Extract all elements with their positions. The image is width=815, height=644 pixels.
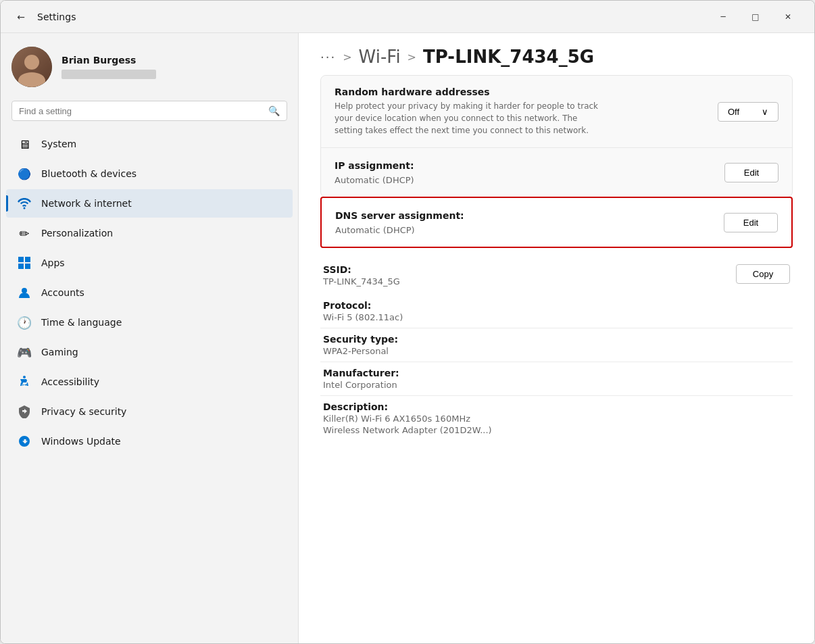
sidebar-item-label: Time & language — [41, 317, 122, 328]
user-profile: Brian Burgess — [1, 41, 298, 98]
breadcrumb: ··· > Wi-Fi > TP-LINK_7434_5G — [299, 33, 814, 75]
random-hardware-value: Off — [728, 107, 739, 117]
sidebar-item-gaming[interactable]: 🎮 Gaming — [6, 338, 293, 366]
settings-card: Random hardware addresses Help protect y… — [320, 75, 793, 197]
svg-rect-1 — [25, 257, 30, 262]
dns-server-label-group: DNS server assignment: Automatic (DHCP) — [335, 210, 606, 235]
dns-server-label: DNS server assignment: — [335, 210, 606, 221]
protocol-row: Protocol: Wi-Fi 5 (802.11ac) — [320, 295, 793, 328]
ssid-label-group: SSID: TP-LINK_7434_5G — [323, 264, 400, 287]
title-bar: ← Settings ─ □ ✕ — [1, 1, 814, 33]
maximize-icon: □ — [751, 12, 759, 22]
breadcrumb-sep2: > — [408, 51, 416, 64]
sidebar-item-label: Bluetooth & devices — [41, 168, 137, 179]
sidebar-item-label: System — [41, 139, 76, 149]
sidebar-item-accounts[interactable]: Accounts — [6, 278, 293, 307]
ssid-copy-button[interactable]: Copy — [736, 264, 790, 284]
user-status-bar — [61, 70, 156, 79]
ssid-label: SSID: — [323, 264, 400, 275]
ip-assignment-value: Automatic (DHCP) — [335, 175, 605, 185]
sidebar: Brian Burgess 🔍 🖥 System 🔵 Bluetooth & d… — [1, 33, 298, 643]
breadcrumb-sep1: > — [343, 51, 351, 64]
sidebar-item-bluetooth[interactable]: 🔵 Bluetooth & devices — [6, 159, 293, 188]
protocol-value: Wi-Fi 5 (802.11ac) — [323, 312, 790, 322]
avatar — [11, 47, 52, 87]
svg-rect-3 — [25, 264, 30, 269]
minimize-button[interactable]: ─ — [708, 6, 739, 28]
breadcrumb-current: TP-LINK_7434_5G — [423, 47, 594, 67]
search-input[interactable] — [19, 106, 263, 116]
description-value: Killer(R) Wi-Fi 6 AX1650s 160MHz — [323, 414, 790, 424]
dns-server-value: Automatic (DHCP) — [335, 225, 606, 235]
user-info: Brian Burgess — [61, 55, 156, 79]
update-icon — [17, 434, 32, 449]
sidebar-item-update[interactable]: Windows Update — [6, 427, 293, 455]
description-value2: Wireless Network Adapter (201D2W...) — [323, 425, 790, 435]
sidebar-item-label: Network & internet — [41, 198, 132, 209]
apps-icon — [17, 255, 32, 270]
user-name: Brian Burgess — [61, 55, 156, 66]
ip-assignment-label: IP assignment: — [335, 160, 605, 171]
svg-rect-0 — [18, 257, 24, 262]
sidebar-item-personalization[interactable]: ✏️ Personalization — [6, 219, 293, 247]
sidebar-item-label: Accessibility — [41, 376, 99, 387]
svg-rect-2 — [18, 264, 24, 269]
random-hardware-row: Random hardware addresses Help protect y… — [321, 76, 792, 148]
chevron-down-icon: ∨ — [762, 107, 768, 117]
privacy-icon — [17, 404, 32, 419]
random-hardware-dropdown[interactable]: Off ∨ — [718, 102, 779, 122]
close-button[interactable]: ✕ — [772, 6, 804, 28]
close-icon: ✕ — [785, 12, 791, 22]
sidebar-item-label: Windows Update — [41, 436, 121, 447]
content-area: ··· > Wi-Fi > TP-LINK_7434_5G Random har… — [299, 33, 814, 643]
dns-highlighted-box: DNS server assignment: Automatic (DHCP) … — [320, 197, 793, 248]
sidebar-item-label: Privacy & security — [41, 406, 126, 417]
network-icon — [17, 196, 32, 211]
accounts-icon — [17, 285, 32, 300]
settings-window: ← Settings ─ □ ✕ Brian Burgess — [0, 0, 815, 644]
sidebar-item-label: Gaming — [41, 347, 78, 357]
svg-point-4 — [22, 288, 27, 293]
ip-assignment-row: IP assignment: Automatic (DHCP) Edit — [321, 148, 792, 197]
search-box[interactable]: 🔍 — [11, 101, 287, 121]
dns-server-edit-button[interactable]: Edit — [724, 213, 778, 232]
avatar-image — [11, 47, 52, 87]
title-bar-title: Settings — [37, 11, 76, 22]
time-icon: 🕐 — [17, 315, 32, 330]
sidebar-item-network[interactable]: Network & internet — [6, 189, 293, 218]
random-hardware-label: Random hardware addresses — [335, 86, 605, 97]
sidebar-item-accessibility[interactable]: Accessibility — [6, 368, 293, 396]
sidebar-item-apps[interactable]: Apps — [6, 249, 293, 277]
back-icon: ← — [17, 11, 25, 22]
content-body: Random hardware addresses Help protect y… — [299, 75, 814, 643]
search-icon: 🔍 — [268, 105, 280, 116]
svg-point-5 — [23, 376, 26, 378]
maximize-button[interactable]: □ — [740, 6, 771, 28]
gaming-icon: 🎮 — [17, 345, 32, 360]
minimize-icon: ─ — [720, 12, 725, 22]
description-label: Description: — [323, 401, 790, 412]
description-row: Description: Killer(R) Wi-Fi 6 AX1650s 1… — [320, 396, 793, 441]
sidebar-item-system[interactable]: 🖥 System — [6, 130, 293, 158]
network-info-section: SSID: TP-LINK_7434_5G Copy Protocol: Wi-… — [320, 256, 793, 441]
random-hardware-label-group: Random hardware addresses Help protect y… — [335, 86, 605, 137]
sidebar-item-time[interactable]: 🕐 Time & language — [6, 308, 293, 337]
ssid-value: TP-LINK_7434_5G — [323, 276, 400, 287]
security-type-value: WPA2-Personal — [323, 346, 790, 356]
random-hardware-desc: Help protect your privacy by making it h… — [335, 100, 605, 137]
security-type-row: Security type: WPA2-Personal — [320, 328, 793, 362]
breadcrumb-dots: ··· — [320, 50, 336, 64]
bluetooth-icon: 🔵 — [17, 166, 32, 181]
breadcrumb-wifi[interactable]: Wi-Fi — [359, 47, 401, 67]
sidebar-item-label: Accounts — [41, 287, 84, 298]
dns-server-row: DNS server assignment: Automatic (DHCP) … — [322, 198, 791, 247]
window-controls: ─ □ ✕ — [708, 6, 804, 28]
security-type-label: Security type: — [323, 334, 790, 345]
ip-assignment-edit-button[interactable]: Edit — [724, 163, 779, 182]
main-layout: Brian Burgess 🔍 🖥 System 🔵 Bluetooth & d… — [1, 33, 814, 643]
system-icon: 🖥 — [17, 137, 32, 151]
back-button[interactable]: ← — [11, 7, 30, 26]
sidebar-item-label: Apps — [41, 257, 65, 268]
sidebar-item-privacy[interactable]: Privacy & security — [6, 397, 293, 426]
manufacturer-label: Manufacturer: — [323, 368, 790, 378]
